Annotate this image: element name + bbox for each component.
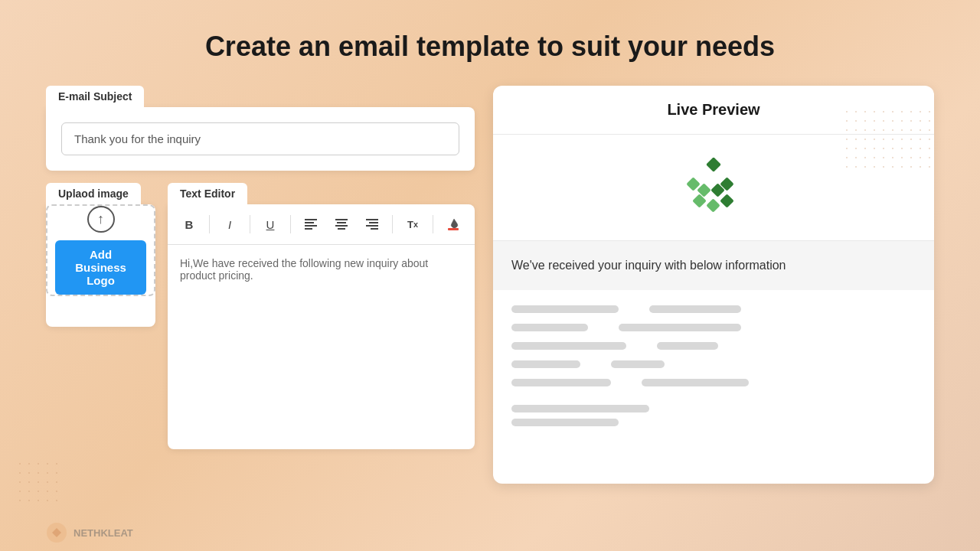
skeleton-line: [511, 324, 588, 331]
subject-input[interactable]: [61, 122, 459, 155]
subject-card: [46, 107, 475, 171]
two-col-section: Uplaod image ↑ Add Business Logo Text Ed…: [46, 183, 475, 449]
dots-decoration-bottom-left: [15, 459, 61, 505]
subject-section: E-mail Subject: [46, 86, 475, 171]
bottom-logo-icon: [46, 522, 67, 543]
svg-rect-11: [371, 228, 378, 230]
svg-rect-6: [335, 225, 348, 227]
skeleton-line: [511, 342, 626, 350]
align-right-icon: [366, 219, 378, 230]
skeleton-line: [649, 305, 741, 313]
editor-card: B I U: [168, 204, 475, 449]
fill-color-button[interactable]: [439, 210, 467, 238]
skeleton-line: [619, 324, 741, 331]
svg-rect-2: [305, 225, 317, 227]
skeleton-line: [611, 360, 665, 368]
svg-rect-20: [706, 198, 720, 212]
skeleton-line: [511, 360, 580, 368]
upload-card: ↑ Add Business Logo: [46, 204, 155, 327]
editor-section: Text Editor B I U: [168, 183, 475, 449]
upload-drop-area[interactable]: ↑ Add Business Logo: [46, 204, 155, 296]
skeleton-line: [511, 379, 611, 386]
skeleton-row-4: [511, 360, 916, 368]
skeleton-line: [642, 379, 749, 386]
svg-rect-9: [369, 222, 378, 223]
toolbar-divider-5: [433, 215, 433, 233]
toolbar-divider-1: [209, 215, 210, 233]
toolbar-divider-4: [392, 215, 393, 233]
svg-rect-12: [448, 228, 459, 230]
svg-rect-4: [335, 219, 348, 220]
editor-toolbar: B I U: [168, 204, 475, 245]
skeleton-line: [511, 405, 649, 412]
skeleton-row-1: [511, 305, 916, 313]
left-panel: E-mail Subject Uplaod image ↑ Add Busine…: [46, 86, 475, 449]
svg-rect-1: [305, 222, 314, 223]
align-center-icon: [335, 219, 348, 230]
bold-button[interactable]: B: [175, 210, 203, 238]
upload-section: Uplaod image ↑ Add Business Logo: [46, 183, 155, 327]
underline-button[interactable]: U: [256, 210, 284, 238]
fill-color-icon: [446, 217, 460, 231]
svg-rect-13: [706, 158, 721, 172]
editor-label: Text Editor: [168, 183, 247, 204]
subject-label: E-mail Subject: [46, 86, 144, 107]
italic-button[interactable]: I: [216, 210, 243, 238]
skeleton-row-2: [511, 324, 916, 331]
toolbar-divider-2: [250, 215, 250, 233]
skeleton-row-3: [511, 342, 916, 350]
preview-message-area: We've received your inquiry with below i…: [493, 241, 934, 290]
font-size-button[interactable]: Tx: [399, 210, 426, 238]
dots-decoration-top-right: [842, 107, 934, 168]
preview-logo: [679, 158, 748, 217]
svg-rect-5: [337, 222, 346, 223]
add-logo-button[interactable]: Add Business Logo: [55, 240, 146, 295]
skeleton-line: [511, 419, 619, 426]
bottom-logo-bar: NETHKLEAT: [46, 522, 133, 543]
preview-data-area: [493, 290, 934, 448]
skeleton-row-5: [511, 379, 916, 386]
align-right-button[interactable]: [358, 210, 386, 238]
svg-rect-10: [366, 225, 378, 227]
align-center-button[interactable]: [328, 210, 355, 238]
page-title: Create an email template to suit your ne…: [0, 0, 980, 86]
editor-body[interactable]: Hi,We have received the following new in…: [168, 245, 475, 294]
svg-rect-19: [720, 194, 733, 207]
upload-icon: ↑: [87, 206, 115, 233]
upload-label: Uplaod image: [46, 183, 141, 204]
bottom-logo-text: NETHKLEAT: [74, 527, 133, 539]
main-content: E-mail Subject Uplaod image ↑ Add Busine…: [0, 86, 980, 484]
skeleton-line: [657, 342, 718, 350]
preview-message: We've received your inquiry with below i…: [511, 256, 916, 275]
svg-rect-0: [305, 219, 317, 220]
toolbar-divider-3: [290, 215, 291, 233]
align-left-icon: [305, 219, 317, 230]
svg-rect-7: [338, 228, 345, 230]
svg-rect-8: [366, 219, 378, 220]
align-left-button[interactable]: [297, 210, 325, 238]
skeleton-footer-block: [511, 405, 916, 426]
skeleton-line: [511, 305, 619, 313]
svg-rect-3: [305, 228, 312, 230]
